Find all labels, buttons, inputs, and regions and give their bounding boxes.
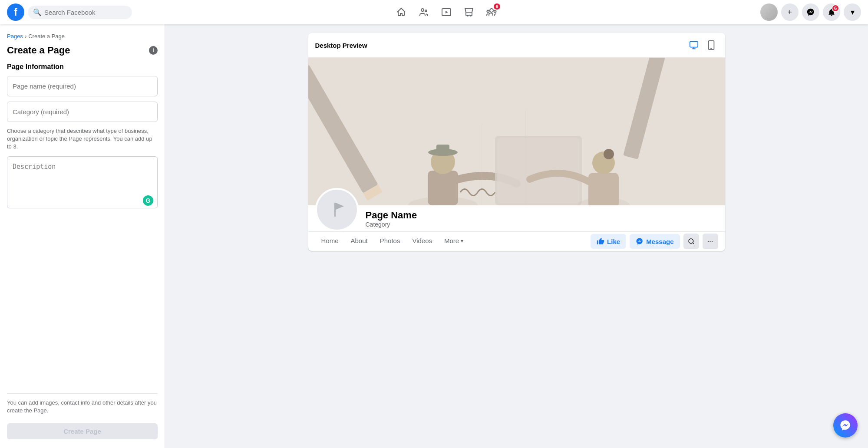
marketplace-nav-button[interactable] [459,2,479,23]
page-nav-links: Home About Photos Videos More ▾ [315,232,470,251]
preview-title: Desktop Preview [315,42,367,49]
page-nav-more[interactable]: More ▾ [438,232,469,251]
more-options-button[interactable]: ··· [703,234,718,249]
page-nav-home[interactable]: Home [315,232,345,251]
breadcrumb-current: Create a Page [28,33,65,40]
page-title: Create a Page [7,45,70,56]
create-page-button[interactable]: Create Page [7,423,158,439]
mobile-view-button[interactable] [704,38,718,52]
grammarly-icon: G [143,195,153,206]
svg-rect-34 [324,197,350,223]
like-button[interactable]: Like [591,234,626,249]
search-input[interactable] [44,9,127,16]
svg-rect-35 [334,203,336,217]
messenger-bubble[interactable] [833,413,858,438]
breadcrumb: Pages › Create a Page [7,33,158,40]
breadcrumb-separator: › [25,33,26,40]
message-button[interactable]: Message [630,234,680,249]
page-name-input[interactable] [7,76,158,96]
preview-card: Desktop Preview [308,33,725,251]
profile-category: Category [366,221,417,228]
profile-info: Page Name Category [366,210,417,231]
page-nav-videos[interactable]: Videos [406,232,438,251]
search-icon: 🔍 [33,8,42,16]
svg-rect-9 [690,42,697,47]
svg-point-7 [487,10,489,13]
friends-nav-button[interactable] [413,2,434,23]
page-nav: Home About Photos Videos More ▾ Like Mes… [308,231,725,251]
top-navigation: f 🔍 6 + 6 ▾ [0,0,868,24]
helper-bottom-text: You can add images, contact info and oth… [7,393,158,415]
groups-nav-button[interactable]: 6 [481,2,502,23]
svg-point-8 [494,10,496,13]
profile-name: Page Name [366,210,417,221]
user-avatar[interactable] [760,3,778,21]
add-button[interactable]: + [781,3,799,21]
svg-point-29 [604,149,614,159]
info-icon[interactable]: i [149,46,158,55]
messenger-nav-button[interactable] [802,3,819,21]
search-bar[interactable]: 🔍 [28,6,132,19]
page-title-row: Create a Page i [7,45,158,56]
notifications-button[interactable]: 6 [823,3,840,21]
category-helper-text: Choose a category that describes what ty… [7,127,158,151]
svg-point-37 [689,239,693,244]
home-nav-button[interactable] [391,2,412,23]
left-panel: Pages › Create a Page Create a Page i Pa… [0,24,165,448]
nav-left: f 🔍 [7,3,132,21]
main-layout: Pages › Create a Page Create a Page i Pa… [0,24,868,448]
svg-point-1 [425,10,427,12]
groups-badge: 6 [493,3,501,10]
nav-center: 6 [132,2,760,23]
notifications-badge: 6 [832,4,839,12]
search-page-button[interactable] [683,234,699,249]
page-nav-actions: Like Message ··· [591,234,718,249]
cover-photo [308,58,725,205]
svg-point-0 [421,9,424,11]
svg-line-38 [693,243,694,244]
profile-row: Page Name Category [308,188,725,231]
preview-header: Desktop Preview [308,33,725,58]
profile-avatar [315,188,359,231]
svg-marker-3 [446,11,448,13]
description-wrap: G [7,156,158,210]
page-nav-photos[interactable]: Photos [374,232,406,251]
right-content: Desktop Preview [165,24,868,448]
facebook-logo[interactable]: f [7,3,24,21]
nav-right: + 6 ▾ [760,3,861,21]
category-input[interactable] [7,102,158,122]
svg-rect-23 [436,145,449,153]
watch-nav-button[interactable] [436,2,457,23]
page-nav-about[interactable]: About [345,232,374,251]
svg-point-6 [490,9,493,12]
description-input[interactable] [7,156,158,208]
dropdown-button[interactable]: ▾ [844,3,861,21]
preview-icons [687,38,718,52]
breadcrumb-pages-link[interactable]: Pages [7,33,23,40]
section-title: Page Information [7,63,158,71]
desktop-view-button[interactable] [687,38,701,52]
